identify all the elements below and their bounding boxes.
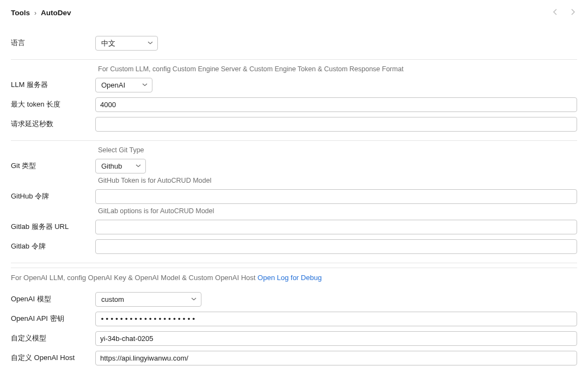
gitlab-url-label: Gitlab 服务器 URL [11, 222, 95, 232]
openai-info-line: For OpenAI LLM, config OpenAI Key & Open… [11, 268, 577, 289]
max-token-input[interactable] [95, 97, 577, 112]
breadcrumb-parent[interactable]: Tools [11, 9, 30, 17]
forward-icon[interactable] [568, 8, 577, 18]
gitlab-url-input[interactable] [95, 220, 577, 234]
breadcrumb-separator: › [34, 9, 36, 17]
nav-arrows [551, 8, 577, 18]
section-llm: For Custom LLM, config Custom Engine Ser… [11, 64, 577, 141]
gitlab-hint: GitLab options is for AutoCRUD Model [95, 207, 214, 215]
custom-model-input[interactable] [95, 331, 577, 346]
delay-input[interactable] [95, 117, 577, 132]
breadcrumb: Tools › AutoDev [11, 9, 71, 17]
openai-model-select[interactable]: custom [95, 292, 201, 307]
github-token-input[interactable] [95, 189, 577, 204]
llm-server-label: LLM 服务器 [11, 80, 95, 90]
git-type-select[interactable]: Github [95, 159, 146, 173]
section-language: 语言 中文 [11, 33, 577, 60]
openai-info-text: For OpenAI LLM, config OpenAI Key & Open… [11, 274, 258, 282]
llm-server-select[interactable]: OpenAI [95, 78, 152, 92]
gitlab-token-input[interactable] [95, 239, 577, 254]
git-type-label: Git 类型 [11, 161, 95, 171]
openai-model-label: OpenAI 模型 [11, 294, 95, 304]
max-token-label: 最大 token 长度 [11, 100, 95, 109]
language-label: 语言 [11, 38, 95, 48]
git-type-hint: Select Git Type [95, 146, 144, 154]
openai-api-key-input[interactable] [95, 312, 577, 326]
section-openai: OpenAI 模型 custom OpenAI API 密钥 自定义模型 自定义… [11, 289, 577, 366]
github-token-label: GitHub 令牌 [11, 191, 95, 201]
github-hint: GitHub Token is for AutoCRUD Model [95, 177, 211, 184]
custom-host-input[interactable] [95, 351, 577, 365]
custom-model-label: 自定义模型 [11, 333, 95, 343]
breadcrumb-current: AutoDev [41, 9, 71, 17]
language-select[interactable]: 中文 [95, 36, 158, 51]
delay-label: 请求延迟秒数 [11, 119, 95, 129]
header: Tools › AutoDev [11, 8, 577, 18]
llm-hint: For Custom LLM, config Custom Engine Ser… [95, 65, 403, 73]
custom-host-label: 自定义 OpenAI Host [11, 353, 95, 363]
open-log-link[interactable]: Open Log for Debug [258, 274, 322, 282]
back-icon[interactable] [551, 8, 560, 18]
section-git: Select Git Type Git 类型 Github GitHub Tok… [11, 145, 577, 263]
openai-api-key-label: OpenAI API 密钥 [11, 314, 95, 324]
gitlab-token-label: Gitlab 令牌 [11, 241, 95, 251]
